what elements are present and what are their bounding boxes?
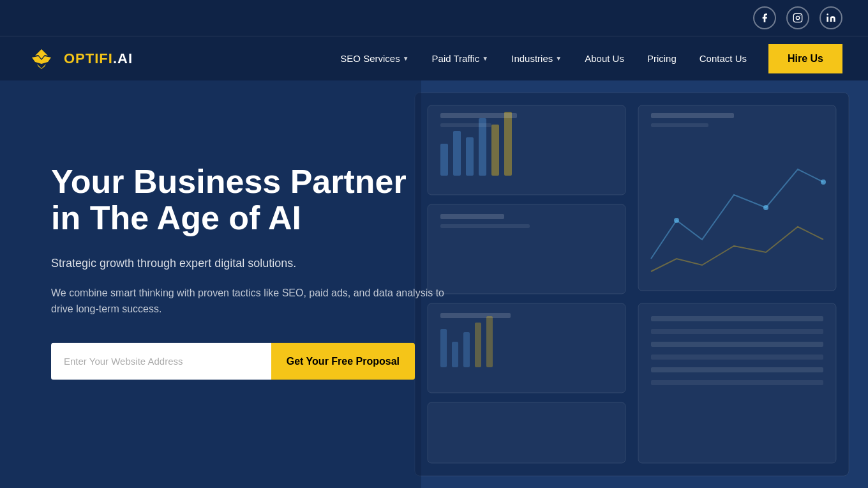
svg-point-4 [39,52,41,54]
navbar: OPTIFI.AI SEO Services ▼ Paid Traffic ▼ … [0,36,868,80]
nav-link-about-us[interactable]: About Us [576,48,633,69]
website-address-input[interactable] [51,342,271,379]
svg-point-27 [763,205,768,210]
hero-title: Your Business Partner in The Age of AI [51,164,466,236]
svg-rect-30 [651,329,823,334]
svg-rect-29 [651,316,823,321]
instagram-icon[interactable] [786,6,809,29]
hire-us-button[interactable]: Hire Us [768,44,842,73]
svg-rect-33 [651,367,823,372]
svg-rect-25 [651,123,708,127]
top-bar [0,0,868,36]
nav-link-pricing[interactable]: Pricing [638,48,685,69]
logo-suffix: .AI [113,50,133,66]
svg-rect-39 [486,316,493,367]
hero-title-line2: in The Age of AI [51,199,301,236]
get-free-proposal-button[interactable]: Get Your Free Proposal [271,342,415,379]
nav-link-industries[interactable]: Industries ▼ [502,48,571,69]
nav-item-industries[interactable]: Industries ▼ [502,48,571,69]
nav-item-contact-us[interactable]: Contact Us [691,48,756,69]
svg-rect-16 [479,118,486,176]
logo-prefix: OPTIFI [64,50,113,66]
logo-icon [26,46,57,72]
hero-description: We combine smart thinking with proven ta… [51,284,466,317]
svg-rect-20 [440,123,491,127]
nav-label-contact-us: Contact Us [700,53,747,64]
nav-link-contact-us[interactable]: Contact Us [691,48,756,69]
svg-point-1 [796,16,799,19]
logo-text: OPTIFI.AI [64,50,133,67]
nav-label-about-us: About Us [585,53,624,64]
svg-rect-18 [504,112,512,176]
svg-rect-38 [475,323,481,367]
nav-links: SEO Services ▼ Paid Traffic ▼ Industries… [331,48,756,69]
logo[interactable]: OPTIFI.AI [26,46,133,72]
nav-label-paid-traffic: Paid Traffic [432,53,480,64]
nav-label-seo-services: SEO Services [340,53,400,64]
svg-rect-31 [651,342,823,347]
svg-point-3 [827,13,828,15]
svg-rect-19 [440,113,517,118]
hero-section: Your Business Partner in The Age of AI S… [0,80,868,488]
nav-link-paid-traffic[interactable]: Paid Traffic ▼ [423,48,498,69]
svg-rect-0 [793,13,802,22]
svg-rect-34 [651,380,823,385]
svg-rect-10 [428,402,625,463]
svg-rect-24 [651,113,734,118]
nav-label-industries: Industries [511,53,553,64]
facebook-icon[interactable] [753,6,776,29]
svg-rect-32 [651,355,823,360]
linkedin-icon[interactable] [819,6,842,29]
svg-rect-15 [466,137,474,176]
svg-rect-11 [638,105,836,291]
nav-item-paid-traffic[interactable]: Paid Traffic ▼ [423,48,498,69]
svg-rect-12 [638,303,836,463]
svg-point-2 [800,15,800,16]
chevron-down-icon-2: ▼ [482,55,488,62]
svg-rect-17 [491,125,499,176]
svg-rect-6 [415,93,849,476]
nav-label-pricing: Pricing [647,53,677,64]
cta-form: Get Your Free Proposal [51,342,415,379]
nav-item-pricing[interactable]: Pricing [638,48,685,69]
nav-link-seo-services[interactable]: SEO Services ▼ [331,48,417,69]
svg-point-28 [821,179,826,185]
hero-title-line1: Your Business Partner [51,163,407,200]
hero-content: Your Business Partner in The Age of AI S… [51,164,466,380]
hero-subtitle: Strategic growth through expert digital … [51,255,466,271]
nav-item-about-us[interactable]: About Us [576,48,633,69]
chevron-down-icon: ▼ [403,55,409,62]
svg-point-26 [674,218,679,223]
nav-item-seo-services[interactable]: SEO Services ▼ [331,48,417,69]
chevron-down-icon-3: ▼ [555,55,562,62]
